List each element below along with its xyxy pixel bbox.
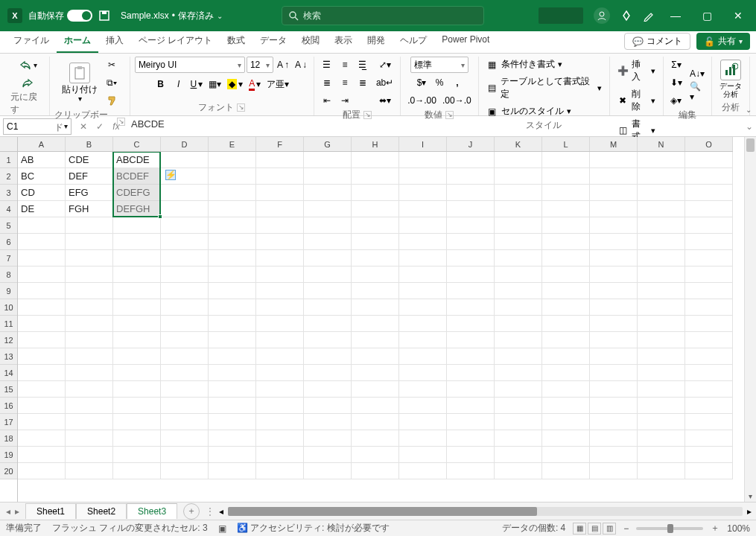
cell-B8[interactable] [66,267,113,283]
cell-K4[interactable] [495,201,542,217]
cell-H2[interactable] [352,168,399,185]
cell-E19[interactable] [209,447,256,463]
col-header-M[interactable]: M [590,137,638,151]
cell-O12[interactable] [685,332,733,348]
cell-F4[interactable] [256,201,304,217]
cell-K7[interactable] [495,250,542,267]
cell-I6[interactable] [399,234,447,250]
cell-G2[interactable] [304,168,352,185]
accessibility-status[interactable]: ♿ アクセシビリティ: 検討が必要です [237,522,390,535]
conditional-format-button[interactable]: ▦条件付き書式▾ [483,57,565,72]
orientation-button[interactable]: ⤢▾ [374,57,396,73]
cell-B1[interactable]: CDE [66,152,113,168]
cell-E1[interactable] [209,152,256,168]
cell-O3[interactable] [685,185,733,201]
row-header-18[interactable]: 18 [0,430,17,447]
col-header-L[interactable]: L [542,137,590,151]
cell-A20[interactable] [18,463,66,479]
row-header-10[interactable]: 10 [0,299,17,316]
cell-H13[interactable] [352,348,399,365]
cell-J1[interactable] [447,152,495,168]
decrease-decimal-button[interactable]: .00→.0 [440,92,474,109]
horizontal-scrollbar[interactable]: ◂▸ [215,506,756,517]
cell-O9[interactable] [685,283,733,299]
cell-O4[interactable] [685,201,733,217]
cell-E5[interactable] [209,217,256,234]
cell-G6[interactable] [304,234,352,250]
row-header-4[interactable]: 4 [0,201,17,217]
cell-F6[interactable] [256,234,304,250]
cell-D15[interactable] [161,381,209,398]
cell-O15[interactable] [685,381,733,398]
maximize-button[interactable]: ▢ [696,10,717,22]
cell-M1[interactable] [590,152,638,168]
percent-button[interactable]: % [431,74,448,91]
increase-decimal-button[interactable]: .0→.00 [405,92,439,109]
row-header-16[interactable]: 16 [0,398,17,414]
align-right-button[interactable]: ≣ [355,74,371,91]
row-header-11[interactable]: 11 [0,316,17,332]
col-header-D[interactable]: D [161,137,209,151]
cell-F11[interactable] [256,316,304,332]
clipboard-launcher[interactable]: ↘ [117,118,125,126]
cell-E10[interactable] [209,299,256,316]
cell-L20[interactable] [542,463,590,479]
cell-L18[interactable] [542,430,590,447]
cell-B9[interactable] [66,283,113,299]
minimize-button[interactable]: — [665,10,686,22]
zoom-out-button[interactable]: − [623,523,629,534]
autosave-toggle[interactable]: 自動保存 [28,10,92,22]
cell-F20[interactable] [256,463,304,479]
cell-N8[interactable] [638,267,685,283]
cell-H5[interactable] [352,217,399,234]
font-color-button[interactable]: A▾ [247,76,263,92]
cell-A12[interactable] [18,332,66,348]
cell-B16[interactable] [66,398,113,414]
cell-E14[interactable] [209,365,256,381]
cell-E16[interactable] [209,398,256,414]
cell-styles-button[interactable]: ▣セルのスタイル▾ [483,103,574,119]
cell-I7[interactable] [399,250,447,267]
cell-E6[interactable] [209,234,256,250]
paste-button[interactable]: 貼り付け▾ [59,61,101,104]
cell-E9[interactable] [209,283,256,299]
close-button[interactable]: ✕ [728,10,749,22]
cell-N2[interactable] [638,168,685,185]
cell-I12[interactable] [399,332,447,348]
cell-H14[interactable] [352,365,399,381]
cell-L11[interactable] [542,316,590,332]
cell-D6[interactable] [161,234,209,250]
row-header-15[interactable]: 15 [0,381,17,398]
cell-H17[interactable] [352,414,399,430]
cell-G19[interactable] [304,447,352,463]
cell-G5[interactable] [304,217,352,234]
cell-J19[interactable] [447,447,495,463]
cell-H15[interactable] [352,381,399,398]
cell-O2[interactable] [685,168,733,185]
cell-L19[interactable] [542,447,590,463]
clear-button[interactable]: ◈▾ [668,92,684,109]
align-left-button[interactable]: ≣ [319,74,335,91]
cell-K17[interactable] [495,414,542,430]
vertical-scrollbar[interactable]: ▾ [744,137,756,502]
cell-A10[interactable] [18,299,66,316]
cell-D18[interactable] [161,430,209,447]
wrap-text-button[interactable]: ab↵ [374,74,396,91]
cell-O10[interactable] [685,299,733,316]
cell-K13[interactable] [495,348,542,365]
cell-I11[interactable] [399,316,447,332]
cell-A18[interactable] [18,430,66,447]
cell-E8[interactable] [209,267,256,283]
cell-E7[interactable] [209,250,256,267]
cell-F16[interactable] [256,398,304,414]
cell-H11[interactable] [352,316,399,332]
align-top-button[interactable]: ☰̄ [319,57,335,73]
col-header-F[interactable]: F [256,137,304,151]
cell-B20[interactable] [66,463,113,479]
fill-button[interactable]: ⬇▾ [668,74,684,91]
cell-G3[interactable] [304,185,352,201]
cell-M3[interactable] [590,185,638,201]
cell-G8[interactable] [304,267,352,283]
cell-H10[interactable] [352,299,399,316]
cell-M18[interactable] [590,430,638,447]
